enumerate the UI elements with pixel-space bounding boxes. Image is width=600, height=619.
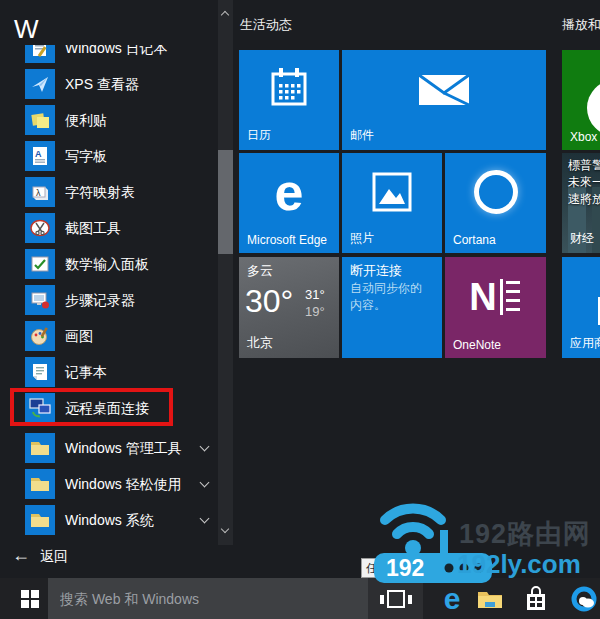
tile-photos[interactable]: 照片: [342, 153, 442, 253]
app-item-label: 画图: [65, 321, 93, 351]
app-item-wordpad[interactable]: A 写字板: [25, 141, 215, 171]
folder-item-label: Windows 管理工具: [65, 433, 182, 463]
wordpad-icon: A: [25, 141, 55, 171]
app-item-xps-viewer[interactable]: XPS 查看器: [25, 69, 215, 99]
tile-label: Microsoft Edge: [247, 233, 327, 247]
onenote-n-icon: N: [445, 257, 546, 336]
back-button[interactable]: ← 返回: [0, 544, 200, 570]
folder-icon: [25, 469, 55, 499]
taskbar: e: [0, 578, 600, 619]
chevron-down-icon[interactable]: [200, 478, 210, 488]
tile-store[interactable]: 应用商店: [562, 257, 600, 358]
tile-label: 邮件: [350, 127, 374, 144]
tile-calendar[interactable]: 日历: [239, 50, 339, 150]
weather-high: 31°: [305, 287, 325, 302]
xbox-sphere-icon: [587, 80, 600, 136]
xps-viewer-icon: [25, 69, 55, 99]
watermark-site: 192ly.com: [457, 549, 581, 580]
app-item-label: 截图工具: [65, 213, 121, 243]
snipping-tool-icon: [25, 213, 55, 243]
back-label: 返回: [40, 548, 68, 566]
svg-text:A: A: [35, 149, 42, 159]
app-item-label: 字符映射表: [65, 177, 135, 207]
app-item-notepad[interactable]: 记事本: [25, 357, 215, 387]
tile-group-header-play: 播放和浏览: [562, 16, 600, 34]
taskview-button[interactable]: [368, 578, 423, 619]
watermark-brand: 192路由网: [459, 516, 591, 552]
app-item-label: 记事本: [65, 357, 107, 387]
tile-label: 财经: [570, 230, 594, 247]
folder-item-label: Windows 系统: [65, 505, 154, 535]
tile-weather[interactable]: 多云 30° 31° 19° 北京: [239, 257, 339, 358]
app-item-math-input-panel[interactable]: 数学输入面板: [25, 249, 215, 279]
calendar-icon: [239, 50, 339, 128]
tile-sync-status[interactable]: 断开连接 自动同步你的内容。: [342, 257, 442, 358]
sync-body: 自动同步你的内容。: [350, 280, 432, 314]
tile-group-header-life: 生活动态: [240, 16, 292, 34]
scrollbar-thumb[interactable]: [218, 150, 233, 254]
folder-item-windows-admin-tools[interactable]: Windows 管理工具: [25, 433, 215, 463]
mail-icon: [342, 50, 546, 128]
back-arrow-icon: ←: [12, 545, 30, 566]
highlight-annotation-box: [10, 388, 173, 426]
file-explorer-icon[interactable]: [468, 578, 512, 619]
app-item-label: 写字板: [65, 141, 107, 171]
taskview-tooltip: 任: [361, 558, 433, 578]
tile-onenote[interactable]: N OneNote: [445, 257, 546, 358]
edge-e-icon: e: [275, 166, 304, 218]
weather-city: 北京: [247, 334, 273, 352]
steps-recorder-icon: [25, 285, 55, 315]
windows-journal-icon: [25, 45, 55, 63]
apps-scrollbar[interactable]: [218, 0, 233, 545]
app-item-windows-journal[interactable]: Windows 日记本: [25, 45, 215, 63]
app-item-label: XPS 查看器: [65, 69, 139, 99]
app-item-label: 数学输入面板: [65, 249, 149, 279]
paint-icon: [25, 321, 55, 351]
app-item-character-map[interactable]: λ 字符映射表: [25, 177, 215, 207]
tile-label: 应用商店: [570, 335, 600, 352]
weather-temperature: 30°: [245, 283, 293, 320]
app-item-steps-recorder[interactable]: 步骤记录器: [25, 285, 215, 315]
tile-mail[interactable]: 邮件: [342, 50, 546, 150]
folder-icon: [25, 433, 55, 463]
weather-condition: 多云: [247, 262, 273, 280]
tile-label: Xbox: [570, 130, 597, 144]
scroll-down-icon[interactable]: [221, 525, 229, 533]
tile-microsoft-edge[interactable]: e Microsoft Edge: [239, 153, 339, 253]
apps-list: Windows 日记本 XPS 查看器 便利贴 A 写字板 λ 字符映射表: [0, 45, 218, 545]
tile-label: Cortana: [453, 233, 496, 247]
tile-label: 日历: [247, 127, 271, 144]
search-input[interactable]: [48, 578, 368, 619]
start-button[interactable]: [10, 578, 50, 619]
tile-cortana[interactable]: Cortana: [445, 153, 546, 253]
cloud-browser-icon[interactable]: [562, 578, 600, 619]
scroll-up-icon[interactable]: [221, 11, 229, 19]
store-icon[interactable]: [514, 578, 558, 619]
character-map-icon: λ: [25, 177, 55, 207]
tile-xbox[interactable]: Xbox: [562, 50, 600, 150]
folder-item-windows-system[interactable]: Windows 系统: [25, 505, 215, 535]
finance-headline: 標普警 未來一 速將放: [562, 157, 600, 208]
app-item-sticky-notes[interactable]: 便利贴: [25, 105, 215, 135]
app-item-label: 便利贴: [65, 105, 107, 135]
cortana-ring-icon: [474, 170, 518, 214]
sync-title: 断开连接: [350, 262, 402, 280]
app-item-label: Windows 日记本: [65, 45, 168, 63]
weather-low: 19°: [305, 304, 325, 319]
start-menu-screen: W Windows 日记本 XPS 查看器 便利贴 A 写字板: [0, 0, 600, 619]
folder-item-label: Windows 轻松使用: [65, 469, 182, 499]
folder-item-windows-ease-of-access[interactable]: Windows 轻松使用: [25, 469, 215, 499]
app-item-paint[interactable]: 画图: [25, 321, 215, 351]
store-bag-icon: [592, 283, 600, 335]
tile-label: 照片: [350, 230, 374, 247]
chevron-down-icon[interactable]: [200, 442, 210, 452]
folder-icon: [25, 505, 55, 535]
tile-label: OneNote: [453, 338, 501, 352]
math-input-panel-icon: [25, 249, 55, 279]
photos-icon: [342, 153, 442, 231]
app-item-snipping-tool[interactable]: 截图工具: [25, 213, 215, 243]
apps-section-letter: W: [14, 14, 39, 45]
tile-finance[interactable]: 標普警 未來一 速將放 财经: [562, 153, 600, 253]
sticky-notes-icon: [25, 105, 55, 135]
chevron-down-icon[interactable]: [200, 514, 210, 524]
